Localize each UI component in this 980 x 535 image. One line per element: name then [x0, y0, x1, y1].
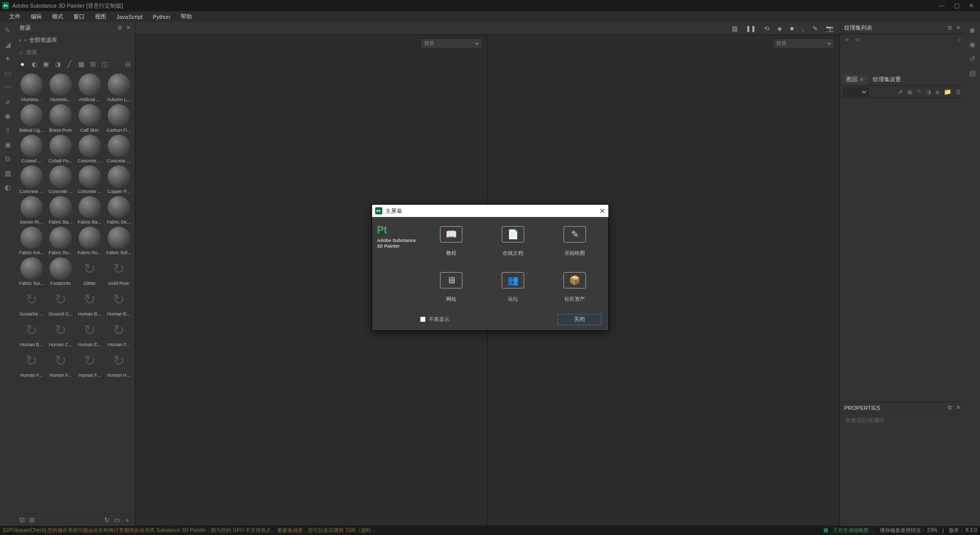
home-item-icon: 🖥 — [440, 272, 462, 288]
home-screen-modal: Pt 主屏幕 ✕ Pt Adobe Substance 3D Painter 📖… — [0, 0, 980, 535]
home-item-icon: 📖 — [440, 226, 462, 242]
home-item-label: 社区资产 — [565, 296, 585, 303]
modal-app-name: Adobe Substance 3D Painter — [377, 238, 418, 249]
home-item-5[interactable]: 📦社区资产 — [547, 272, 603, 303]
home-item-2[interactable]: ✎开始绘图 — [547, 226, 603, 257]
home-item-icon: 📄 — [502, 226, 524, 242]
app-icon: Pt — [375, 207, 382, 214]
home-item-icon: 👥 — [502, 272, 524, 288]
modal-close-icon[interactable]: ✕ — [599, 207, 605, 215]
home-item-label: 教程 — [446, 250, 456, 257]
home-item-label: 网站 — [446, 296, 456, 303]
home-item-3[interactable]: 🖥网站 — [423, 272, 480, 303]
modal-logo: Pt — [377, 224, 418, 236]
home-item-icon: ✎ — [564, 226, 586, 242]
home-item-label: 开始绘图 — [565, 250, 585, 257]
modal-title: 主屏幕 — [385, 207, 402, 215]
home-item-1[interactable]: 📄在线文档 — [485, 226, 542, 257]
home-item-icon: 📦 — [564, 272, 586, 288]
home-item-label: 在线文档 — [503, 250, 523, 257]
home-item-0[interactable]: 📖教程 — [423, 226, 480, 257]
home-item-label: 论坛 — [508, 296, 518, 303]
modal-close-button[interactable]: 关闭 — [557, 314, 601, 325]
dont-show-checkbox[interactable]: 不再显示 — [420, 316, 449, 323]
home-item-4[interactable]: 👥论坛 — [485, 272, 542, 303]
